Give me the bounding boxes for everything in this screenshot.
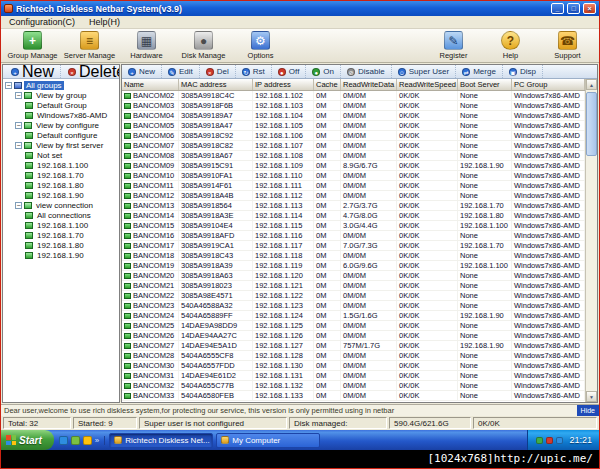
tree-item[interactable]: −All groups xyxy=(3,80,119,90)
action-superuser-button[interactable]: ☺Super User xyxy=(392,65,456,78)
table-row[interactable]: BANCOM053085A9918A47192.168.1.1050M0M/0M… xyxy=(122,121,585,131)
table-row[interactable]: BANCOM113085A9914F61192.168.1.1110M0M/0M… xyxy=(122,181,585,191)
table-row[interactable]: BANCOM223085A98E4571192.168.1.1220M0M/0M… xyxy=(122,291,585,301)
maximize-button[interactable]: □ xyxy=(567,3,580,14)
collapse-icon[interactable]: − xyxy=(15,202,22,209)
table-row[interactable]: BANCOM2614DAE94AA27C192.168.1.1260M0M/0M… xyxy=(122,331,585,341)
table-row[interactable]: BANCOM033085A9918F6B192.168.1.1030M0M/0M… xyxy=(122,101,585,111)
show-desktop-icon[interactable] xyxy=(71,436,80,445)
action-off-button[interactable]: ●Off xyxy=(272,65,307,78)
table-row[interactable]: BANCOM123085A9918A4B192.168.1.1120M0M/0M… xyxy=(122,191,585,201)
collapse-icon[interactable]: − xyxy=(15,122,22,129)
table-row[interactable]: BANCOM2714DAE94E5A1D192.168.1.1270M757M/… xyxy=(122,341,585,351)
table-row[interactable]: BANCOM063085A9918C92192.168.1.1060M0M/0M… xyxy=(122,131,585,141)
action-edit-button[interactable]: ✎Edit xyxy=(162,65,200,78)
tree-delete-button[interactable]: ×Delete xyxy=(62,65,120,78)
task-button[interactable]: My Computer xyxy=(216,433,320,448)
tree-item[interactable]: All connections xyxy=(3,210,119,220)
blue-status-icon[interactable] xyxy=(556,437,563,444)
tree-item[interactable]: −View by group xyxy=(3,90,119,100)
quick-launch-overflow-icon[interactable]: » xyxy=(95,436,99,445)
toolbar-register-button[interactable]: ✎Register xyxy=(425,30,482,62)
tree-item[interactable]: Not set xyxy=(3,150,119,160)
toolbar-group-button[interactable]: +Group Manage xyxy=(4,30,61,62)
scroll-down-button[interactable]: ▼ xyxy=(586,391,597,402)
tree-item[interactable]: 192.168.1.70 xyxy=(3,230,119,240)
table-row[interactable]: BANCOM163085A9918AFD192.168.1.1160M0M/0M… xyxy=(122,231,585,241)
toolbar-help-button[interactable]: ?Help xyxy=(482,30,539,62)
toolbar-support-button[interactable]: ☎Support xyxy=(539,30,596,62)
table-row[interactable]: BANCOM153085A99104E4192.168.1.1150M3.0G/… xyxy=(122,221,585,231)
tree-item[interactable]: 192.168.1.70 xyxy=(3,170,119,180)
green-status-icon[interactable] xyxy=(536,437,543,444)
table-row[interactable]: BANCOM093085A9915C91192.168.1.1090M8.9G/… xyxy=(122,161,585,171)
table-row[interactable]: BANCOM183085A9918C43192.168.1.1180M0M/0M… xyxy=(122,251,585,261)
collapse-icon[interactable]: − xyxy=(15,142,22,149)
tree-item[interactable]: −view connection xyxy=(3,200,119,210)
start-button[interactable]: Start xyxy=(1,430,54,450)
toolbar-options-button[interactable]: ⚙Options xyxy=(232,30,289,62)
close-button[interactable]: × xyxy=(583,3,596,14)
column-header-pc-group[interactable]: PC Group xyxy=(512,79,585,90)
tree-item[interactable]: 192.168.1.100 xyxy=(3,160,119,170)
table-row[interactable]: BANCOM23540A46588A32192.168.1.1230M0M/0M… xyxy=(122,301,585,311)
tree-item[interactable]: Default configure xyxy=(3,130,119,140)
table-row[interactable]: BANCOM2514DAE9A98DD9192.168.1.1250M0M/0M… xyxy=(122,321,585,331)
red-status-icon[interactable] xyxy=(546,437,553,444)
scrollbar-track[interactable] xyxy=(586,90,597,391)
table-row[interactable]: BANCOM245404A65889FF192.168.1.1240M1.5G/… xyxy=(122,311,585,321)
tree-item[interactable]: Default Group xyxy=(3,100,119,110)
tree-item[interactable]: 192.168.1.80 xyxy=(3,180,119,190)
tree-item[interactable]: 192.168.1.90 xyxy=(3,190,119,200)
table-row[interactable]: BANCOM043085A99189A7192.168.1.1040M0M/0M… xyxy=(122,111,585,121)
table-row[interactable]: BANCOM173085A9919CA1192.168.1.1170M7.0G/… xyxy=(122,241,585,251)
table-row[interactable]: BANCOM143085A9918A3E192.168.1.1140M4.7G/… xyxy=(122,211,585,221)
table-row[interactable]: BANCOM3114DAE94E61D2192.168.1.1310M0M/0M… xyxy=(122,371,585,381)
tree-item[interactable]: Windows7x86-AMD xyxy=(3,110,119,120)
column-header-readwritespeed[interactable]: ReadWriteSpeed xyxy=(397,79,458,90)
table-row[interactable]: BANCOM213085A9918023192.168.1.1210M0M/0M… xyxy=(122,281,585,291)
table-row[interactable]: BANCOM335404A6580FEB192.168.1.1330M0M/0M… xyxy=(122,391,585,401)
tree-new-button[interactable]: +New xyxy=(5,65,61,78)
column-header-readwritedata[interactable]: ReadWriteData xyxy=(341,79,397,90)
scrollbar-thumb[interactable] xyxy=(586,92,597,156)
table-row[interactable]: BANCOM305404A6557FDD192.168.1.1300M0M/0M… xyxy=(122,361,585,371)
task-button[interactable]: Richtech Diskless Net... xyxy=(109,433,213,448)
table-row[interactable]: BANCOM083085A9918A67192.168.1.1080M0M/0M… xyxy=(122,151,585,161)
action-on-button[interactable]: ●On xyxy=(306,65,341,78)
table-row[interactable]: BANCOM133085A9918564192.168.1.1130M2.7G/… xyxy=(122,201,585,211)
collapse-icon[interactable]: − xyxy=(5,82,12,89)
scroll-up-button[interactable]: ▲ xyxy=(586,79,597,90)
tree-item[interactable]: 192.168.1.90 xyxy=(3,250,119,260)
tree-item[interactable]: −View by configure xyxy=(3,120,119,130)
toolbar-hardware-button[interactable]: ▦Hardware xyxy=(118,30,175,62)
vertical-scrollbar[interactable]: ▲ ▼ xyxy=(585,79,597,402)
menu-help[interactable]: Help(H) xyxy=(82,16,127,28)
tree-item[interactable]: −View by first server xyxy=(3,140,119,150)
column-header-cache[interactable]: Cache xyxy=(314,79,341,90)
table-row[interactable]: BANCOM103085A9910FA1192.168.1.1100M0M/0M… xyxy=(122,171,585,181)
minimize-button[interactable]: _ xyxy=(551,3,564,14)
action-disp-button[interactable]: ▣Disp xyxy=(503,65,543,78)
table-row[interactable]: BANCOM073085A9918C82192.168.1.1070M0M/0M… xyxy=(122,141,585,151)
table-row[interactable]: BANCOM325404A655C77B192.168.1.1320M0M/0M… xyxy=(122,381,585,391)
column-header-boot-server[interactable]: Boot Server xyxy=(458,79,512,90)
column-header-ip-address[interactable]: IP address xyxy=(253,79,314,90)
action-disable-button[interactable]: ⊘Disable xyxy=(341,65,392,78)
action-rst-button[interactable]: ↻Rst xyxy=(236,65,272,78)
table-row[interactable]: BANCOM203085A9918A63192.168.1.1200M0M/0M… xyxy=(122,271,585,281)
action-del-button[interactable]: ×Del xyxy=(200,65,236,78)
table-row[interactable]: BANCOM023085A9918C4C192.168.1.1020M0M/0M… xyxy=(122,91,585,101)
column-header-name[interactable]: Name xyxy=(122,79,179,90)
table-row[interactable]: BANCOM193085A9918A39192.168.1.1190M6.0G/… xyxy=(122,261,585,271)
folder-icon[interactable] xyxy=(83,436,92,445)
tree-item[interactable]: 192.168.1.100 xyxy=(3,220,119,230)
collapse-icon[interactable]: − xyxy=(15,92,22,99)
menu-configuration[interactable]: Configuration(C) xyxy=(2,16,82,28)
action-new-button[interactable]: +New xyxy=(122,65,162,78)
action-merge-button[interactable]: ⇄Merge xyxy=(456,65,503,78)
table-row[interactable]: BANCOM285404A6555CF8192.168.1.1280M0M/0M… xyxy=(122,351,585,361)
column-header-mac-address[interactable]: MAC address xyxy=(179,79,253,90)
toolbar-disk-button[interactable]: ●Disk Manage xyxy=(175,30,232,62)
ie-icon[interactable] xyxy=(59,436,68,445)
